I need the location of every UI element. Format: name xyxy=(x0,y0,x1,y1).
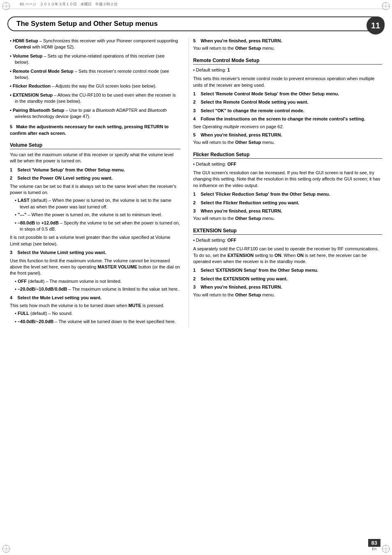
list-item-flicker: Flicker Reduction – Adjusts the way the … xyxy=(10,83,180,89)
flicker-text: – Adjusts the way the GUI screen looks (… xyxy=(52,83,156,88)
flicker-step-2: 2 Select the Flicker Reduction setting y… xyxy=(193,200,382,206)
page-number: 83 xyxy=(368,539,380,547)
list-item-remote: Remote Control Mode Setup – Sets this re… xyxy=(10,68,180,81)
extension-default: • Default setting: OFF xyxy=(193,237,382,243)
extension-step-3: 3 When you're finished, press RETURN. Yo… xyxy=(193,284,382,298)
volume-limit-note: It is not possible to set a volume level… xyxy=(10,234,180,247)
step-5-top: 5 When you're finished, press RETURN. Yo… xyxy=(193,38,382,52)
flicker-step-3: 3 When you're finished, press RETURN. Yo… xyxy=(193,208,382,222)
extension-intro: A separately sold the CU-RF100 can be us… xyxy=(193,246,382,265)
page-lang: En xyxy=(368,547,380,551)
remote-control-heading: Remote Control Mode Setup xyxy=(193,58,382,65)
extension-label: EXTENSION Setup xyxy=(13,92,53,97)
step-3-volume: 3 Select the Volume Limit setting you wa… xyxy=(10,250,180,292)
step-2-detail: The volume can be set so that it is alwa… xyxy=(10,183,180,196)
volume-label: Volume Setup xyxy=(13,53,43,58)
remote-intro: This sets this receiver's remote control… xyxy=(193,76,382,88)
volume-limit-list: OFF (default) – The maximum volume is no… xyxy=(15,278,180,293)
volume-setup-intro: You can set the maximum volume of this r… xyxy=(10,152,180,164)
remote-step-1: 1 Select 'Remote Control Mode Setup' fro… xyxy=(193,91,382,97)
remote-step-2: 2 Select the Remote Control Mode setting… xyxy=(193,99,382,105)
flicker-step-1: 1 Select 'Flicker Reduction Setup' from … xyxy=(193,191,382,197)
db-option: –80.0dB to +12.0dB – Specify the volume … xyxy=(15,220,180,233)
meta-text: 83 ページ ２０１０年３月１０日 水曜日 午後２時２分 xyxy=(20,2,118,6)
intro-bullet-list: HDMI Setup – Synchronizes this receiver … xyxy=(10,38,180,120)
remote-step-5: 5 When you're finished, press RETURN. Yo… xyxy=(193,132,382,146)
db-limit-option: –20.0dB/–10.0dB/0.0dB – The maximum volu… xyxy=(15,286,180,292)
last-option: LAST (default) – When the power is turne… xyxy=(15,197,180,210)
step-3-detail: Use this function to limit the maximum v… xyxy=(10,258,180,277)
content-area: HDMI Setup – Synchronizes this receiver … xyxy=(0,31,392,333)
corner-mark-tl xyxy=(2,2,11,11)
bluetooth-label: Pairing Bluetooth Setup xyxy=(13,108,64,113)
step-1-volume: 1 Select 'Volume Setup' from the Other S… xyxy=(10,167,180,173)
mute-level-list: FULL (default) – No sound. –40.0dB/–20.0… xyxy=(15,310,180,325)
flicker-default: • Default setting: OFF xyxy=(193,161,382,167)
chapter-badge: 11 xyxy=(367,16,385,35)
page-title: The System Setup and Other Setup menus xyxy=(16,20,158,28)
list-item-volume: Volume Setup – Sets up the volume-relate… xyxy=(10,53,180,66)
volume-setup-heading: Volume Setup xyxy=(10,142,180,149)
step-2-volume: 2 Select the Power ON Level setting you … xyxy=(10,175,180,232)
header-bar: The System Setup and Other Setup menus 1… xyxy=(7,16,385,31)
list-item-extension: EXTENSION Setup – Allows the CU-RF100 to… xyxy=(10,92,180,105)
remote-label: Remote Control Mode Setup xyxy=(13,69,74,74)
remote-default: • Default setting: 1 xyxy=(193,67,382,73)
corner-mark-bl xyxy=(2,544,11,553)
flicker-heading: Flicker Reduction Setup xyxy=(193,152,382,159)
list-item-bluetooth: Pairing Bluetooth Setup – Use to pair a … xyxy=(10,107,180,120)
step-4-volume: 4 Select the Mute Level setting you want… xyxy=(10,295,180,325)
off-option: OFF (default) – The maximum volume is no… xyxy=(15,278,180,284)
flicker-label: Flicker Reduction xyxy=(13,83,51,88)
step5-note: 5 Make the adjustments necessary for eac… xyxy=(10,124,180,136)
mute-db-option: –40.0dB/–20.0dB – The volume will be tur… xyxy=(15,319,180,325)
hdmi-text: – Synchronizes this receiver with your P… xyxy=(15,38,178,49)
min-option: "---" – When the power is turned on, the… xyxy=(15,212,180,218)
power-on-level-list: LAST (default) – When the power is turne… xyxy=(15,197,180,232)
extension-step-2: 2 Select the EXTENSION setting you want. xyxy=(193,276,382,282)
extension-step-1: 1 Select 'EXTENSION Setup' from the Othe… xyxy=(193,267,382,273)
corner-mark-br xyxy=(381,544,390,553)
remote-step-3: 3 Select "OK" to change the remote contr… xyxy=(193,108,382,114)
flicker-intro: The GUI screen's resolution can be incre… xyxy=(193,170,382,189)
step-4-detail: This sets how much the volume is to be t… xyxy=(10,303,180,309)
extension-heading: EXTENSION Setup xyxy=(193,228,382,235)
full-option: FULL (default) – No sound. xyxy=(15,310,180,317)
right-column: 5 When you're finished, press RETURN. Yo… xyxy=(189,38,382,327)
left-column: HDMI Setup – Synchronizes this receiver … xyxy=(10,38,189,327)
list-item-hdmi: HDMI Setup – Synchronizes this receiver … xyxy=(10,38,180,51)
remote-step-4: 4 Follow the instructions on the screen … xyxy=(193,116,382,130)
hdmi-label: HDMI Setup xyxy=(13,38,38,43)
page-number-area: 83 En xyxy=(368,539,380,551)
corner-mark-tr xyxy=(381,2,390,11)
meta-line: 83 ページ ２０１０年３月１０日 水曜日 午後２時２分 xyxy=(7,0,385,9)
